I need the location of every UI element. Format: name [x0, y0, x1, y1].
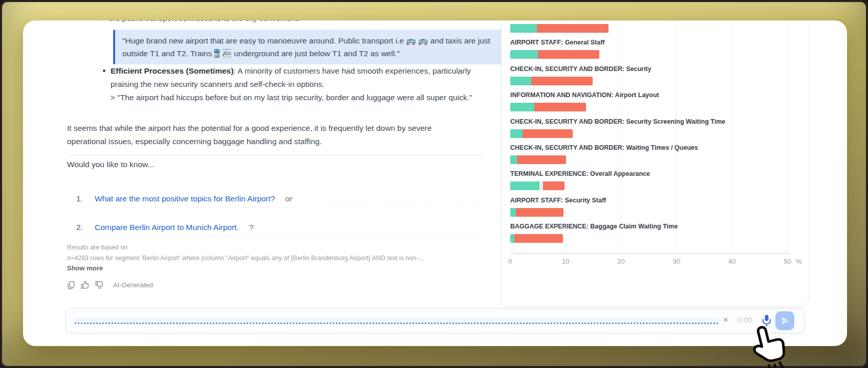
bullet-subquote: > "The airport had hiccups before but on…: [111, 93, 472, 102]
chart-bar-label: AIRPORT STAFF: Security Staff: [510, 197, 606, 204]
chat-panel: the public transport connections to the …: [23, 20, 847, 346]
recording-timer: 0:00: [737, 316, 752, 324]
suggestion-number: 2.: [76, 223, 95, 232]
bullet-bold-label: Efficient Processes (Sometimes): [111, 66, 233, 75]
bar-segment-negative: [531, 77, 593, 85]
show-more-button[interactable]: Show more: [67, 264, 103, 272]
clipped-text-line: the public transport connections to the …: [109, 20, 300, 23]
bar-segment-positive: [510, 77, 531, 85]
bar-segment-positive: [510, 181, 539, 190]
x-tick-label: 50: [784, 258, 791, 265]
customer-quote-text: "Huge brand new airport that are easy to…: [122, 36, 490, 58]
chart-bar: [510, 50, 599, 59]
bar-segment-positive: [510, 234, 514, 243]
message-composer[interactable]: × 0:00: [66, 308, 805, 333]
suggestion-number: 1.: [76, 194, 95, 203]
thumbs-down-icon[interactable]: [95, 280, 104, 290]
bar-segment-positive: [510, 208, 516, 217]
customer-quote-block: "Huge brand new airport that are easy to…: [113, 30, 505, 64]
chart-bar: [510, 208, 563, 217]
bar-segment-negative: [514, 234, 563, 243]
feedback-row: AI-Generated: [66, 280, 153, 290]
bar-segment-neutral: [539, 181, 542, 190]
followup-prompt: Would you like to know...: [67, 160, 154, 169]
suggestion-item: 1.What are the most positive topics for …: [76, 194, 292, 203]
chart-bar: [510, 77, 593, 85]
paper-plane-icon: [780, 316, 790, 326]
chart-bar-label: CHECK-IN, SECURITY AND BORDER: Security …: [510, 118, 725, 125]
results-fine-print: Results are based on n=4283 rows for seg…: [67, 242, 425, 264]
chart-bar: [510, 181, 565, 190]
fine-print-line2: n=4283 rows for segment 'Berlin Airport'…: [67, 255, 425, 262]
bar-segment-positive: [510, 129, 523, 138]
gridline: [621, 20, 622, 253]
send-button[interactable]: [775, 311, 794, 330]
bar-segment-negative: [538, 50, 599, 59]
suggestion-link-compare-airports[interactable]: Compare Berlin Airport to Munich Airport…: [95, 223, 239, 232]
suggestion-item: 2.Compare Berlin Airport to Munich Airpo…: [76, 223, 253, 232]
chart-bar-label: AIRPORT STAFF: General Staff: [510, 39, 605, 46]
chart-bar: [510, 103, 586, 111]
x-tick-label: 30: [673, 258, 680, 265]
cancel-recording-button[interactable]: ×: [723, 315, 728, 325]
x-tick-label: 40: [728, 258, 735, 265]
x-axis-line: [510, 253, 789, 254]
bar-segment-positive: [510, 50, 538, 59]
suggestion-link-positive-topics[interactable]: What are the most positive topics for Be…: [95, 194, 275, 203]
bar-segment-positive: [510, 24, 537, 33]
chart-bar: [510, 24, 609, 33]
chart-bar-label: INFORMATION AND NAVIGATION: Airport Layo…: [510, 91, 659, 99]
chart-bar: [510, 129, 573, 138]
fine-print-line1: Results are based on: [67, 244, 127, 251]
chart-bar-label: CHECK-IN, SECURITY AND BORDER: Waiting T…: [510, 144, 698, 151]
bar-segment-negative: [517, 155, 566, 164]
gridline: [788, 20, 788, 253]
suggestion-suffix: or: [285, 194, 292, 203]
chart-bar-label: BAGGAGE EXPERIENCE: Baggage Claim Waitin…: [510, 223, 678, 230]
chart-bar: [510, 234, 563, 243]
gridline: [677, 20, 677, 253]
suggestion-suffix: ?: [249, 223, 254, 232]
summary-paragraph: It seems that while the airport has the …: [67, 122, 464, 148]
bar-segment-negative: [516, 208, 563, 217]
bar-segment-negative: [543, 181, 565, 190]
x-axis-unit-label: %: [796, 258, 802, 265]
bar-segment-negative: [523, 129, 573, 138]
bullet-item: Efficient Processes (Sometimes): A minor…: [103, 64, 482, 104]
thumbs-up-icon[interactable]: [80, 280, 90, 290]
microphone-icon[interactable]: [761, 314, 773, 327]
x-tick-label: 0: [508, 258, 512, 265]
gridline: [732, 20, 732, 253]
chart-bar-label: TERMINAL EXPERIENCE: Overall Appearance: [510, 170, 650, 177]
separator: [76, 208, 486, 208]
x-tick-label: 10: [562, 258, 569, 265]
bar-segment-negative: [537, 24, 609, 33]
bar-segment-positive: [510, 155, 517, 164]
bar-segment-positive: [510, 103, 534, 111]
ai-generated-label: AI-Generated: [113, 281, 153, 289]
section-divider: [67, 155, 483, 155]
copy-icon[interactable]: [66, 280, 76, 290]
bar-segment-negative: [534, 103, 587, 111]
separator: [76, 236, 486, 237]
chart-bar-label: CHECK-IN, SECURITY AND BORDER: Security: [510, 65, 652, 73]
recording-waveform-dots: [75, 323, 718, 324]
topics-bar-chart: AIRPORT STAFF: General StaffCHECK-IN, SE…: [501, 20, 809, 307]
bullet-icon: [103, 70, 105, 72]
x-tick-label: 20: [617, 258, 624, 265]
chart-bar: [510, 155, 566, 164]
